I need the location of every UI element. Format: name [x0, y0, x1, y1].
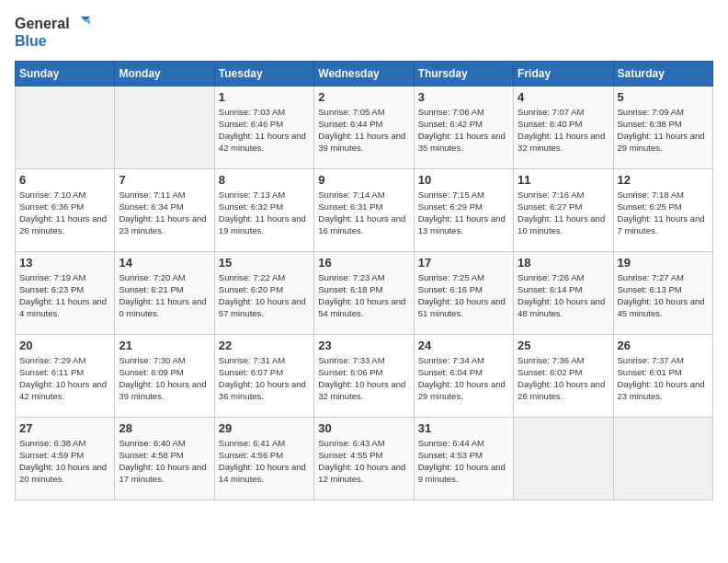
day-of-week-header: Sunday	[16, 61, 115, 86]
day-number: 1	[219, 90, 310, 104]
day-number: 6	[19, 173, 110, 187]
day-info: Sunrise: 6:41 AM Sunset: 4:56 PM Dayligh…	[219, 437, 310, 486]
calendar-cell: 28Sunrise: 6:40 AM Sunset: 4:58 PM Dayli…	[115, 417, 214, 500]
calendar-cell	[514, 417, 613, 500]
calendar-week-row: 6Sunrise: 7:10 AM Sunset: 6:36 PM Daylig…	[16, 168, 713, 251]
calendar-cell: 9Sunrise: 7:14 AM Sunset: 6:31 PM Daylig…	[314, 168, 414, 251]
calendar-cell	[16, 86, 115, 168]
day-of-week-header: Thursday	[414, 61, 513, 86]
page-header: General Blue	[15, 15, 713, 50]
logo-general: General	[15, 16, 70, 32]
calendar-cell: 13Sunrise: 7:19 AM Sunset: 6:23 PM Dayli…	[16, 251, 115, 334]
day-number: 8	[219, 173, 310, 187]
calendar-cell: 24Sunrise: 7:34 AM Sunset: 6:04 PM Dayli…	[414, 334, 513, 417]
calendar-cell: 14Sunrise: 7:20 AM Sunset: 6:21 PM Dayli…	[115, 251, 214, 334]
svg-marker-1	[84, 19, 90, 25]
day-number: 24	[418, 339, 509, 352]
day-number: 15	[219, 256, 310, 270]
day-number: 4	[518, 90, 609, 104]
day-info: Sunrise: 7:18 AM Sunset: 6:25 PM Dayligh…	[618, 189, 709, 237]
day-number: 17	[418, 256, 509, 270]
calendar-cell: 21Sunrise: 7:30 AM Sunset: 6:09 PM Dayli…	[115, 334, 214, 417]
day-info: Sunrise: 6:38 AM Sunset: 4:59 PM Dayligh…	[19, 437, 110, 486]
day-number: 26	[618, 339, 709, 352]
day-number: 13	[19, 256, 110, 270]
calendar-cell: 20Sunrise: 7:29 AM Sunset: 6:11 PM Dayli…	[16, 334, 115, 417]
day-info: Sunrise: 7:15 AM Sunset: 6:29 PM Dayligh…	[418, 189, 509, 237]
calendar-cell: 8Sunrise: 7:13 AM Sunset: 6:32 PM Daylig…	[214, 168, 313, 251]
day-of-week-header: Tuesday	[214, 61, 313, 86]
calendar-cell: 25Sunrise: 7:36 AM Sunset: 6:02 PM Dayli…	[514, 334, 613, 417]
calendar-cell: 27Sunrise: 6:38 AM Sunset: 4:59 PM Dayli…	[16, 417, 115, 500]
calendar-cell: 4Sunrise: 7:07 AM Sunset: 6:40 PM Daylig…	[514, 86, 613, 168]
day-info: Sunrise: 7:31 AM Sunset: 6:07 PM Dayligh…	[219, 354, 310, 403]
day-info: Sunrise: 7:23 AM Sunset: 6:18 PM Dayligh…	[318, 271, 409, 320]
day-info: Sunrise: 7:09 AM Sunset: 6:38 PM Dayligh…	[618, 106, 709, 155]
day-number: 28	[119, 421, 210, 435]
day-info: Sunrise: 7:11 AM Sunset: 6:34 PM Dayligh…	[119, 189, 210, 237]
day-number: 14	[119, 256, 210, 270]
calendar-cell	[115, 86, 214, 168]
logo-blue: Blue	[15, 33, 90, 50]
calendar-week-row: 13Sunrise: 7:19 AM Sunset: 6:23 PM Dayli…	[16, 251, 713, 334]
day-of-week-header: Friday	[514, 61, 613, 86]
calendar-cell: 2Sunrise: 7:05 AM Sunset: 6:44 PM Daylig…	[314, 86, 414, 168]
day-info: Sunrise: 7:06 AM Sunset: 6:42 PM Dayligh…	[418, 106, 509, 155]
day-number: 18	[518, 256, 609, 270]
calendar-cell: 18Sunrise: 7:26 AM Sunset: 6:14 PM Dayli…	[514, 251, 613, 334]
day-number: 9	[318, 173, 409, 187]
calendar-cell: 15Sunrise: 7:22 AM Sunset: 6:20 PM Dayli…	[214, 251, 313, 334]
day-number: 10	[418, 173, 509, 187]
logo-wing-icon	[72, 15, 90, 33]
calendar-cell: 29Sunrise: 6:41 AM Sunset: 4:56 PM Dayli…	[214, 417, 313, 500]
calendar-cell: 17Sunrise: 7:25 AM Sunset: 6:16 PM Dayli…	[414, 251, 513, 334]
calendar-cell: 16Sunrise: 7:23 AM Sunset: 6:18 PM Dayli…	[314, 251, 414, 334]
calendar-cell: 26Sunrise: 7:37 AM Sunset: 6:01 PM Dayli…	[613, 334, 712, 417]
day-number: 19	[618, 256, 709, 270]
day-info: Sunrise: 6:43 AM Sunset: 4:55 PM Dayligh…	[318, 437, 409, 486]
day-info: Sunrise: 7:36 AM Sunset: 6:02 PM Dayligh…	[518, 354, 609, 403]
day-number: 3	[418, 90, 509, 104]
calendar-cell: 10Sunrise: 7:15 AM Sunset: 6:29 PM Dayli…	[414, 168, 513, 251]
day-info: Sunrise: 7:16 AM Sunset: 6:27 PM Dayligh…	[518, 189, 609, 237]
day-number: 23	[318, 339, 409, 352]
calendar-week-row: 27Sunrise: 6:38 AM Sunset: 4:59 PM Dayli…	[16, 417, 713, 500]
day-of-week-header: Saturday	[613, 61, 712, 86]
day-number: 22	[219, 339, 310, 352]
day-number: 11	[518, 173, 609, 187]
calendar-cell: 5Sunrise: 7:09 AM Sunset: 6:38 PM Daylig…	[613, 86, 712, 168]
day-info: Sunrise: 7:07 AM Sunset: 6:40 PM Dayligh…	[518, 106, 609, 155]
day-info: Sunrise: 7:25 AM Sunset: 6:16 PM Dayligh…	[418, 271, 509, 320]
calendar-cell: 12Sunrise: 7:18 AM Sunset: 6:25 PM Dayli…	[613, 168, 712, 251]
day-number: 21	[119, 339, 210, 352]
calendar-cell	[613, 417, 712, 500]
calendar-week-row: 20Sunrise: 7:29 AM Sunset: 6:11 PM Dayli…	[16, 334, 713, 417]
calendar-cell: 6Sunrise: 7:10 AM Sunset: 6:36 PM Daylig…	[16, 168, 115, 251]
day-info: Sunrise: 7:26 AM Sunset: 6:14 PM Dayligh…	[518, 271, 609, 320]
day-info: Sunrise: 7:22 AM Sunset: 6:20 PM Dayligh…	[219, 271, 310, 320]
calendar-cell: 3Sunrise: 7:06 AM Sunset: 6:42 PM Daylig…	[414, 86, 513, 168]
day-number: 5	[618, 90, 709, 104]
day-info: Sunrise: 7:34 AM Sunset: 6:04 PM Dayligh…	[418, 354, 509, 403]
day-info: Sunrise: 7:37 AM Sunset: 6:01 PM Dayligh…	[618, 354, 709, 403]
day-of-week-header: Wednesday	[314, 61, 414, 86]
day-number: 29	[219, 421, 310, 435]
day-number: 20	[19, 339, 110, 352]
day-number: 31	[418, 421, 509, 435]
logo-container: General Blue	[15, 15, 90, 50]
day-info: Sunrise: 7:03 AM Sunset: 6:46 PM Dayligh…	[219, 106, 310, 155]
day-info: Sunrise: 7:13 AM Sunset: 6:32 PM Dayligh…	[219, 189, 310, 237]
header-row: SundayMondayTuesdayWednesdayThursdayFrid…	[16, 61, 713, 86]
calendar-cell: 7Sunrise: 7:11 AM Sunset: 6:34 PM Daylig…	[115, 168, 214, 251]
day-info: Sunrise: 6:40 AM Sunset: 4:58 PM Dayligh…	[119, 437, 210, 486]
calendar-week-row: 1Sunrise: 7:03 AM Sunset: 6:46 PM Daylig…	[16, 86, 713, 168]
day-info: Sunrise: 7:19 AM Sunset: 6:23 PM Dayligh…	[19, 271, 110, 320]
day-number: 12	[618, 173, 709, 187]
calendar-cell: 11Sunrise: 7:16 AM Sunset: 6:27 PM Dayli…	[514, 168, 613, 251]
day-number: 7	[119, 173, 210, 187]
calendar-cell: 23Sunrise: 7:33 AM Sunset: 6:06 PM Dayli…	[314, 334, 414, 417]
calendar-table: SundayMondayTuesdayWednesdayThursdayFrid…	[15, 61, 713, 500]
calendar-cell: 22Sunrise: 7:31 AM Sunset: 6:07 PM Dayli…	[214, 334, 313, 417]
day-info: Sunrise: 7:05 AM Sunset: 6:44 PM Dayligh…	[318, 106, 409, 155]
calendar-cell: 19Sunrise: 7:27 AM Sunset: 6:13 PM Dayli…	[613, 251, 712, 334]
